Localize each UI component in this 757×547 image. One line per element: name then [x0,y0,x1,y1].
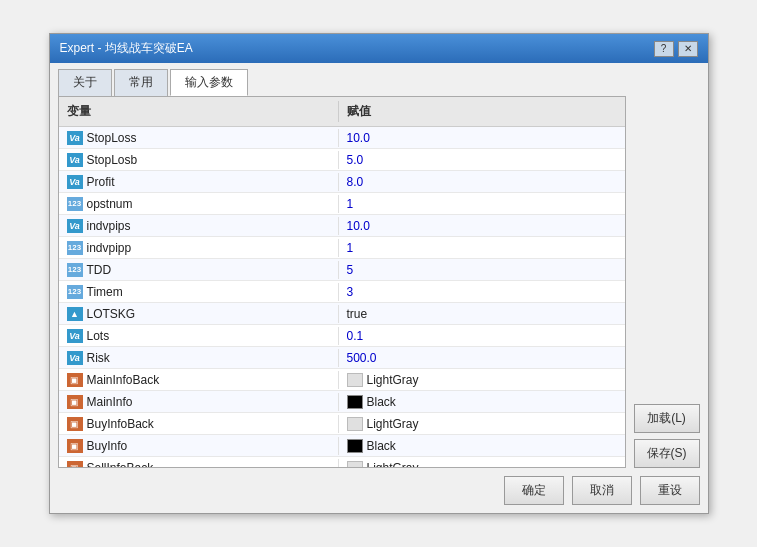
tri-icon: ▲ [67,307,83,321]
va-icon: Va [67,153,83,167]
col-var-header: 变量 [59,101,339,122]
row-variable: ▲ LOTSKG [59,305,339,323]
col-val-header: 赋值 [339,101,625,122]
val-text: 500.0 [347,351,377,365]
tab-common[interactable]: 常用 [114,69,168,96]
val-text: 1 [347,197,354,211]
row-value: LightGray [339,415,625,433]
color-swatch [347,417,363,431]
var-name: opstnum [87,197,133,211]
row-value: 3 [339,283,625,301]
table-row[interactable]: Va Lots 0.1 [59,325,625,347]
table-row[interactable]: 123 TDD 5 [59,259,625,281]
img-icon: ▣ [67,461,83,468]
va-icon: Va [67,131,83,145]
load-button[interactable]: 加载(L) [634,404,700,433]
color-swatch [347,439,363,453]
tab-input-params[interactable]: 输入参数 [170,69,248,96]
table-row[interactable]: Va indvpips 10.0 [59,215,625,237]
help-button[interactable]: ? [654,41,674,57]
val-text: true [347,307,368,321]
title-bar-buttons: ? ✕ [654,41,698,57]
row-value: 8.0 [339,173,625,191]
table-row[interactable]: ▣ BuyInfo Black [59,435,625,457]
color-swatch [347,461,363,468]
title-bar: Expert - 均线战车突破EA ? ✕ [50,34,708,63]
table-row[interactable]: Va Profit 8.0 [59,171,625,193]
table-row[interactable]: Va StopLoss 10.0 [59,127,625,149]
close-button[interactable]: ✕ [678,41,698,57]
row-variable: ▣ SellInfoBack [59,459,339,468]
table-row[interactable]: ▣ SellInfoBack LightGray [59,457,625,467]
row-value: LightGray [339,371,625,389]
table-row[interactable]: ▣ MainInfoBack LightGray [59,369,625,391]
table-row[interactable]: Va StopLosb 5.0 [59,149,625,171]
123-icon: 123 [67,285,83,299]
img-icon: ▣ [67,395,83,409]
val-text: Black [367,439,396,453]
row-variable: ▣ MainInfoBack [59,371,339,389]
window-title: Expert - 均线战车突破EA [60,40,193,57]
row-value: LightGray [339,459,625,468]
table-row[interactable]: Va Risk 500.0 [59,347,625,369]
row-value: Black [339,393,625,411]
table-header: 变量 赋值 [59,97,625,127]
va-icon: Va [67,351,83,365]
row-variable: Va Risk [59,349,339,367]
row-variable: Va Profit [59,173,339,191]
row-value: 5 [339,261,625,279]
row-variable: 123 indvpipp [59,239,339,257]
var-name: indvpipp [87,241,132,255]
tab-about[interactable]: 关于 [58,69,112,96]
var-name: MainInfoBack [87,373,160,387]
row-value: Black [339,437,625,455]
row-value: 5.0 [339,151,625,169]
val-text: 10.0 [347,219,370,233]
table-body[interactable]: Va StopLoss 10.0 Va StopLosb 5.0 Va Prof… [59,127,625,467]
row-variable: 123 opstnum [59,195,339,213]
table-row[interactable]: 123 indvpipp 1 [59,237,625,259]
var-name: Lots [87,329,110,343]
row-value: 0.1 [339,327,625,345]
row-value: true [339,305,625,323]
var-name: BuyInfoBack [87,417,154,431]
table-row[interactable]: ▣ MainInfo Black [59,391,625,413]
var-name: MainInfo [87,395,133,409]
val-text: 8.0 [347,175,364,189]
row-value: 500.0 [339,349,625,367]
var-name: TDD [87,263,112,277]
val-text: 5.0 [347,153,364,167]
tabs: 关于 常用 输入参数 [50,63,708,96]
val-text: LightGray [367,373,419,387]
ok-button[interactable]: 确定 [504,476,564,505]
table-wrapper: 变量 赋值 Va StopLoss 10.0 Va StopLosb 5.0 [58,96,626,468]
reset-button[interactable]: 重设 [640,476,700,505]
row-variable: Va Lots [59,327,339,345]
123-icon: 123 [67,263,83,277]
table-row[interactable]: ▲ LOTSKG true [59,303,625,325]
img-icon: ▣ [67,417,83,431]
row-variable: ▣ BuyInfoBack [59,415,339,433]
color-swatch [347,395,363,409]
var-name: BuyInfo [87,439,128,453]
val-text: 1 [347,241,354,255]
table-row[interactable]: 123 Timem 3 [59,281,625,303]
123-icon: 123 [67,241,83,255]
val-text: LightGray [367,461,419,468]
row-value: 10.0 [339,217,625,235]
row-value: 10.0 [339,129,625,147]
save-button[interactable]: 保存(S) [634,439,700,468]
var-name: Risk [87,351,110,365]
table-row[interactable]: ▣ BuyInfoBack LightGray [59,413,625,435]
var-name: Timem [87,285,123,299]
row-variable: ▣ BuyInfo [59,437,339,455]
row-variable: Va StopLosb [59,151,339,169]
var-name: LOTSKG [87,307,136,321]
va-icon: Va [67,219,83,233]
row-variable: 123 Timem [59,283,339,301]
table-row[interactable]: 123 opstnum 1 [59,193,625,215]
cancel-button[interactable]: 取消 [572,476,632,505]
dialog: Expert - 均线战车突破EA ? ✕ 关于 常用 输入参数 变量 赋值 V… [49,33,709,514]
img-icon: ▣ [67,439,83,453]
img-icon: ▣ [67,373,83,387]
